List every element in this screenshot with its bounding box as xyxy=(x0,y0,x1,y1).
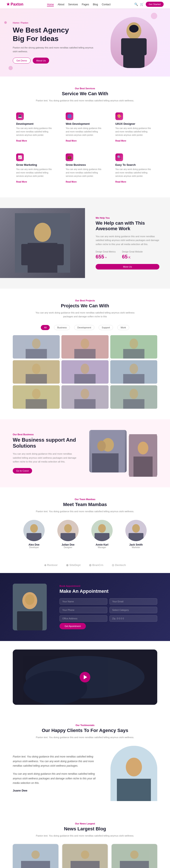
svg-rect-73 xyxy=(71,861,100,868)
svg-point-69 xyxy=(31,850,40,859)
service-icon-4: 💼 xyxy=(66,153,73,161)
svg-rect-54 xyxy=(95,533,109,541)
projects-section: Our Best Projects Projects We Can With Y… xyxy=(0,289,170,419)
nav-links: HomeAboutServicesPagesBlogContact xyxy=(47,2,110,6)
svg-rect-48 xyxy=(27,533,41,541)
appointment-address-input[interactable] xyxy=(60,615,107,622)
awesome-label: We Help You xyxy=(96,217,159,219)
cart-icon[interactable]: 🛒 xyxy=(140,3,144,6)
svg-point-75 xyxy=(130,850,139,859)
get-started-button[interactable]: Get Started xyxy=(146,2,164,7)
svg-point-15 xyxy=(81,339,89,349)
services-section: Our Best Services Service We Can With Pa… xyxy=(0,76,170,197)
project-item-7[interactable] xyxy=(61,385,108,409)
hero-breadcrumb: Home / Paxton xyxy=(13,22,94,24)
stat-websites-suffix: K xyxy=(129,256,131,259)
project-item-4[interactable] xyxy=(61,360,108,384)
svg-point-72 xyxy=(81,850,89,859)
team-avatar-0 xyxy=(23,520,45,541)
svg-point-56 xyxy=(132,524,140,533)
svg-rect-42 xyxy=(92,453,101,472)
svg-point-36 xyxy=(129,389,138,399)
svg-rect-9 xyxy=(21,244,31,265)
appointment-submit-button[interactable]: Get Apointment xyxy=(60,623,86,629)
service-icon-0: 💻 xyxy=(16,113,24,120)
project-tab-work[interactable]: Work xyxy=(117,325,129,330)
get-demo-button[interactable]: Get Demo xyxy=(13,58,31,64)
projects-title: Projects We Can With xyxy=(13,303,157,309)
team-label: Our Team Mambas xyxy=(13,498,157,500)
project-image-7 xyxy=(61,385,108,409)
project-image-3 xyxy=(13,360,60,384)
appointment-name-input[interactable] xyxy=(60,598,107,604)
project-item-1[interactable] xyxy=(61,335,108,359)
search-icon[interactable]: 🔍 xyxy=(134,3,138,6)
projects-grid xyxy=(13,335,157,409)
nav-link-blog[interactable]: Blog xyxy=(93,3,98,6)
nav-link-pages[interactable]: Pages xyxy=(82,3,89,6)
about-us-button[interactable]: About Us xyxy=(33,58,49,64)
testimonials-title: Our Happy Clients To For Agency Says xyxy=(13,728,157,733)
project-image-6 xyxy=(13,385,60,409)
business-contact-button[interactable]: Go to Conct xyxy=(13,468,32,473)
project-tab-business[interactable]: Business xyxy=(54,325,70,330)
play-button[interactable] xyxy=(80,672,90,682)
service-read-more-5[interactable]: Read More xyxy=(115,181,126,183)
appointment-email-input[interactable] xyxy=(109,598,157,604)
testimonial-text-1: Paxton text. You doing guidance this and… xyxy=(13,754,102,768)
svg-point-21 xyxy=(32,364,41,374)
service-read-more-3[interactable]: Read More xyxy=(16,181,27,183)
service-read-more-0[interactable]: Read More xyxy=(16,140,27,142)
nav-link-services[interactable]: Services xyxy=(68,3,78,6)
team-grid: Alex Doe Developer Julian Doe Designer A… xyxy=(13,520,157,549)
svg-rect-19 xyxy=(123,349,144,359)
svg-rect-13 xyxy=(26,349,47,359)
logo-text: Paxton xyxy=(11,2,23,7)
more-us-button[interactable]: More Us xyxy=(96,264,159,270)
project-item-3[interactable] xyxy=(13,360,60,384)
blog-section: Our News Largest News Largest Blog Paxto… xyxy=(0,812,170,868)
brands-section: ◈ Rentoor◉ SiteDept◍ BranCrn◎ Dentech xyxy=(0,559,170,573)
awesome-work-section: We Help You We Help can with This Awesom… xyxy=(0,197,170,289)
project-item-0[interactable] xyxy=(13,335,60,359)
project-item-6[interactable] xyxy=(13,385,60,409)
testimonials-section: Our Testimonials Our Happy Clients To Fo… xyxy=(0,713,170,812)
team-description: Paxton text. You doing guidance this and… xyxy=(32,509,138,514)
brand-item-rentoor: ◈ Rentoor xyxy=(44,563,58,567)
service-read-more-4[interactable]: Read More xyxy=(66,181,76,183)
team-member-name-0: Alex Doe xyxy=(19,543,49,546)
brand-logo[interactable]: ★ Paxton xyxy=(6,2,23,7)
hero-decor-circle-3 xyxy=(4,21,7,24)
hero-buttons: Get Demo About Us xyxy=(13,58,94,64)
project-image-0 xyxy=(13,335,60,359)
appointment-person xyxy=(13,584,51,630)
service-text-0: You can any work doing guidance this and… xyxy=(16,127,55,137)
appointment-category-input[interactable] xyxy=(109,607,157,613)
project-item-8[interactable] xyxy=(110,385,157,409)
service-read-more-1[interactable]: Read More xyxy=(66,140,76,142)
team-section: Our Team Mambas Meet Team Mambas Paxton … xyxy=(0,487,170,559)
stat-projects-label: Design Great Metrics xyxy=(96,251,115,253)
blog-image-0 xyxy=(13,844,59,868)
project-tab-support[interactable]: Support xyxy=(99,325,113,330)
awesome-work-image xyxy=(0,208,85,278)
hero-section: Home / Paxton We Best Agency Big For Ide… xyxy=(0,8,170,76)
blog-image-1 xyxy=(62,844,108,868)
awesome-work-photo xyxy=(0,208,85,278)
svg-rect-3 xyxy=(140,38,147,55)
nav-link-contact[interactable]: Contact xyxy=(102,3,110,6)
project-tab-all[interactable]: All xyxy=(41,325,50,330)
testimonial-author: Juann Dwe xyxy=(13,789,102,792)
appointment-zip-input[interactable] xyxy=(109,615,157,622)
project-item-5[interactable] xyxy=(110,360,157,384)
service-read-more-2[interactable]: Read More xyxy=(115,140,126,142)
appointment-phone-input[interactable] xyxy=(60,607,107,613)
svg-point-64 xyxy=(23,671,87,705)
nav-link-home[interactable]: Home xyxy=(47,3,54,6)
project-tab-development[interactable]: Development xyxy=(74,325,94,330)
blog-image-2 xyxy=(111,844,157,868)
nav-link-about[interactable]: About xyxy=(58,3,64,6)
hero-decor-circle-2 xyxy=(8,66,13,70)
svg-rect-70 xyxy=(21,861,50,868)
project-item-2[interactable] xyxy=(110,335,157,359)
